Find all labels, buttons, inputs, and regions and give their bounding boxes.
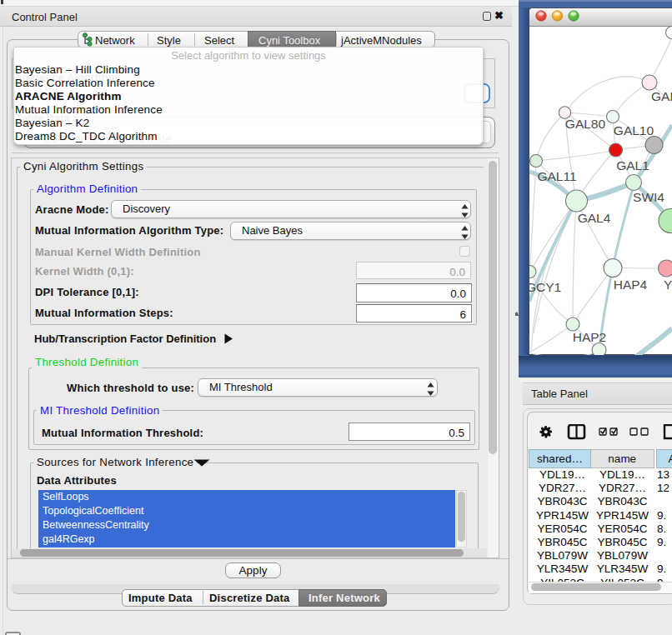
svg-text:GAL80: GAL80 [565,117,606,131]
svg-text:GCY1: GCY1 [529,280,561,294]
svg-text:GAL7: GAL7 [651,89,672,103]
svg-text:HAP2: HAP2 [573,330,607,344]
svg-text:SWI4: SWI4 [633,190,664,204]
svg-text:Y: Y [664,278,672,292]
svg-text:GAL11: GAL11 [537,169,576,183]
svg-text:GAL10: GAL10 [614,123,654,138]
svg-text:GAL4: GAL4 [578,211,611,225]
svg-text:HAP4: HAP4 [614,278,648,292]
svg-text:GAL1: GAL1 [616,158,649,172]
